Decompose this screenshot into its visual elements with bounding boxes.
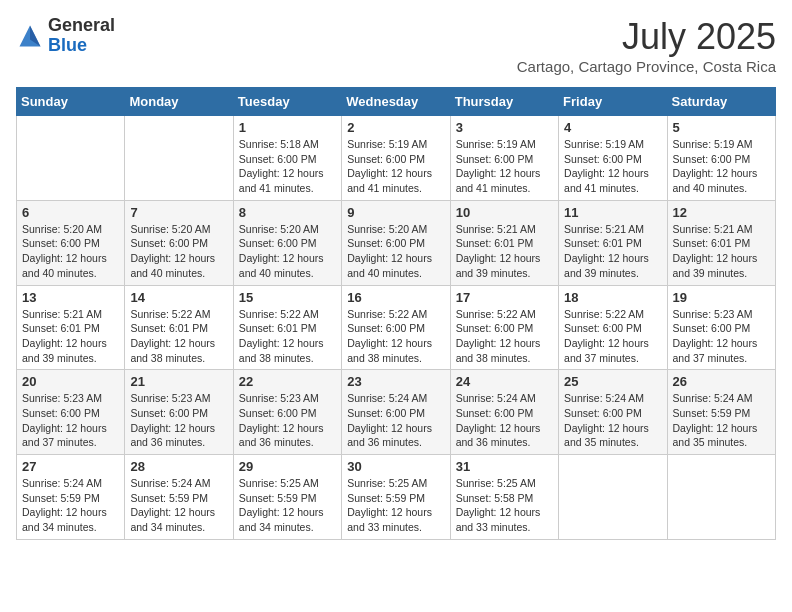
day-number: 2 bbox=[347, 120, 444, 135]
day-number: 14 bbox=[130, 290, 227, 305]
day-info: Sunrise: 5:19 AM Sunset: 6:00 PM Dayligh… bbox=[564, 137, 661, 196]
day-number: 30 bbox=[347, 459, 444, 474]
calendar-cell: 25Sunrise: 5:24 AM Sunset: 6:00 PM Dayli… bbox=[559, 370, 667, 455]
page-header: General Blue July 2025 Cartago, Cartago … bbox=[16, 16, 776, 75]
calendar-cell: 6Sunrise: 5:20 AM Sunset: 6:00 PM Daylig… bbox=[17, 200, 125, 285]
calendar-cell: 10Sunrise: 5:21 AM Sunset: 6:01 PM Dayli… bbox=[450, 200, 558, 285]
calendar-cell: 26Sunrise: 5:24 AM Sunset: 5:59 PM Dayli… bbox=[667, 370, 775, 455]
calendar-cell bbox=[125, 116, 233, 201]
day-info: Sunrise: 5:24 AM Sunset: 5:59 PM Dayligh… bbox=[673, 391, 770, 450]
calendar-cell: 22Sunrise: 5:23 AM Sunset: 6:00 PM Dayli… bbox=[233, 370, 341, 455]
day-number: 9 bbox=[347, 205, 444, 220]
calendar-cell: 2Sunrise: 5:19 AM Sunset: 6:00 PM Daylig… bbox=[342, 116, 450, 201]
calendar-cell: 12Sunrise: 5:21 AM Sunset: 6:01 PM Dayli… bbox=[667, 200, 775, 285]
day-info: Sunrise: 5:23 AM Sunset: 6:00 PM Dayligh… bbox=[130, 391, 227, 450]
calendar-cell: 8Sunrise: 5:20 AM Sunset: 6:00 PM Daylig… bbox=[233, 200, 341, 285]
day-number: 16 bbox=[347, 290, 444, 305]
calendar-cell bbox=[17, 116, 125, 201]
day-info: Sunrise: 5:21 AM Sunset: 6:01 PM Dayligh… bbox=[673, 222, 770, 281]
calendar-cell: 27Sunrise: 5:24 AM Sunset: 5:59 PM Dayli… bbox=[17, 455, 125, 540]
day-info: Sunrise: 5:21 AM Sunset: 6:01 PM Dayligh… bbox=[564, 222, 661, 281]
calendar-cell: 18Sunrise: 5:22 AM Sunset: 6:00 PM Dayli… bbox=[559, 285, 667, 370]
calendar-week-row: 13Sunrise: 5:21 AM Sunset: 6:01 PM Dayli… bbox=[17, 285, 776, 370]
calendar-cell: 4Sunrise: 5:19 AM Sunset: 6:00 PM Daylig… bbox=[559, 116, 667, 201]
day-number: 31 bbox=[456, 459, 553, 474]
calendar-cell: 3Sunrise: 5:19 AM Sunset: 6:00 PM Daylig… bbox=[450, 116, 558, 201]
day-number: 24 bbox=[456, 374, 553, 389]
logo-general: General bbox=[48, 16, 115, 36]
calendar-cell: 14Sunrise: 5:22 AM Sunset: 6:01 PM Dayli… bbox=[125, 285, 233, 370]
day-number: 4 bbox=[564, 120, 661, 135]
day-number: 27 bbox=[22, 459, 119, 474]
calendar-cell bbox=[559, 455, 667, 540]
calendar-cell: 16Sunrise: 5:22 AM Sunset: 6:00 PM Dayli… bbox=[342, 285, 450, 370]
day-number: 28 bbox=[130, 459, 227, 474]
logo-icon bbox=[16, 22, 44, 50]
day-number: 21 bbox=[130, 374, 227, 389]
title-block: July 2025 Cartago, Cartago Province, Cos… bbox=[517, 16, 776, 75]
day-info: Sunrise: 5:21 AM Sunset: 6:01 PM Dayligh… bbox=[456, 222, 553, 281]
calendar-cell: 23Sunrise: 5:24 AM Sunset: 6:00 PM Dayli… bbox=[342, 370, 450, 455]
calendar-week-row: 6Sunrise: 5:20 AM Sunset: 6:00 PM Daylig… bbox=[17, 200, 776, 285]
day-info: Sunrise: 5:21 AM Sunset: 6:01 PM Dayligh… bbox=[22, 307, 119, 366]
day-info: Sunrise: 5:22 AM Sunset: 6:01 PM Dayligh… bbox=[130, 307, 227, 366]
calendar-cell: 13Sunrise: 5:21 AM Sunset: 6:01 PM Dayli… bbox=[17, 285, 125, 370]
day-number: 17 bbox=[456, 290, 553, 305]
location-subtitle: Cartago, Cartago Province, Costa Rica bbox=[517, 58, 776, 75]
month-title: July 2025 bbox=[517, 16, 776, 58]
calendar-week-row: 1Sunrise: 5:18 AM Sunset: 6:00 PM Daylig… bbox=[17, 116, 776, 201]
logo-text: General Blue bbox=[48, 16, 115, 56]
day-info: Sunrise: 5:22 AM Sunset: 6:01 PM Dayligh… bbox=[239, 307, 336, 366]
day-info: Sunrise: 5:20 AM Sunset: 6:00 PM Dayligh… bbox=[22, 222, 119, 281]
weekday-header: Friday bbox=[559, 88, 667, 116]
day-info: Sunrise: 5:19 AM Sunset: 6:00 PM Dayligh… bbox=[673, 137, 770, 196]
weekday-header: Tuesday bbox=[233, 88, 341, 116]
day-number: 23 bbox=[347, 374, 444, 389]
calendar-cell: 7Sunrise: 5:20 AM Sunset: 6:00 PM Daylig… bbox=[125, 200, 233, 285]
day-info: Sunrise: 5:19 AM Sunset: 6:00 PM Dayligh… bbox=[456, 137, 553, 196]
calendar-week-row: 20Sunrise: 5:23 AM Sunset: 6:00 PM Dayli… bbox=[17, 370, 776, 455]
day-info: Sunrise: 5:23 AM Sunset: 6:00 PM Dayligh… bbox=[22, 391, 119, 450]
day-info: Sunrise: 5:22 AM Sunset: 6:00 PM Dayligh… bbox=[456, 307, 553, 366]
calendar-cell: 15Sunrise: 5:22 AM Sunset: 6:01 PM Dayli… bbox=[233, 285, 341, 370]
day-info: Sunrise: 5:24 AM Sunset: 6:00 PM Dayligh… bbox=[456, 391, 553, 450]
day-number: 8 bbox=[239, 205, 336, 220]
day-number: 11 bbox=[564, 205, 661, 220]
calendar-cell: 19Sunrise: 5:23 AM Sunset: 6:00 PM Dayli… bbox=[667, 285, 775, 370]
weekday-header: Wednesday bbox=[342, 88, 450, 116]
day-number: 15 bbox=[239, 290, 336, 305]
calendar-cell: 5Sunrise: 5:19 AM Sunset: 6:00 PM Daylig… bbox=[667, 116, 775, 201]
weekday-header: Sunday bbox=[17, 88, 125, 116]
weekday-header: Monday bbox=[125, 88, 233, 116]
day-number: 19 bbox=[673, 290, 770, 305]
calendar-cell: 11Sunrise: 5:21 AM Sunset: 6:01 PM Dayli… bbox=[559, 200, 667, 285]
day-info: Sunrise: 5:19 AM Sunset: 6:00 PM Dayligh… bbox=[347, 137, 444, 196]
day-info: Sunrise: 5:25 AM Sunset: 5:58 PM Dayligh… bbox=[456, 476, 553, 535]
calendar-cell: 1Sunrise: 5:18 AM Sunset: 6:00 PM Daylig… bbox=[233, 116, 341, 201]
day-info: Sunrise: 5:20 AM Sunset: 6:00 PM Dayligh… bbox=[347, 222, 444, 281]
calendar-cell: 28Sunrise: 5:24 AM Sunset: 5:59 PM Dayli… bbox=[125, 455, 233, 540]
day-info: Sunrise: 5:20 AM Sunset: 6:00 PM Dayligh… bbox=[130, 222, 227, 281]
day-info: Sunrise: 5:24 AM Sunset: 6:00 PM Dayligh… bbox=[347, 391, 444, 450]
calendar-cell: 31Sunrise: 5:25 AM Sunset: 5:58 PM Dayli… bbox=[450, 455, 558, 540]
calendar-cell: 9Sunrise: 5:20 AM Sunset: 6:00 PM Daylig… bbox=[342, 200, 450, 285]
calendar-cell: 20Sunrise: 5:23 AM Sunset: 6:00 PM Dayli… bbox=[17, 370, 125, 455]
calendar-cell: 17Sunrise: 5:22 AM Sunset: 6:00 PM Dayli… bbox=[450, 285, 558, 370]
calendar-cell bbox=[667, 455, 775, 540]
day-number: 18 bbox=[564, 290, 661, 305]
day-info: Sunrise: 5:24 AM Sunset: 5:59 PM Dayligh… bbox=[130, 476, 227, 535]
day-number: 29 bbox=[239, 459, 336, 474]
day-number: 6 bbox=[22, 205, 119, 220]
day-number: 7 bbox=[130, 205, 227, 220]
calendar-week-row: 27Sunrise: 5:24 AM Sunset: 5:59 PM Dayli… bbox=[17, 455, 776, 540]
day-number: 13 bbox=[22, 290, 119, 305]
day-info: Sunrise: 5:22 AM Sunset: 6:00 PM Dayligh… bbox=[564, 307, 661, 366]
day-number: 10 bbox=[456, 205, 553, 220]
day-info: Sunrise: 5:24 AM Sunset: 6:00 PM Dayligh… bbox=[564, 391, 661, 450]
day-info: Sunrise: 5:23 AM Sunset: 6:00 PM Dayligh… bbox=[673, 307, 770, 366]
weekday-header-row: SundayMondayTuesdayWednesdayThursdayFrid… bbox=[17, 88, 776, 116]
day-number: 1 bbox=[239, 120, 336, 135]
calendar-cell: 30Sunrise: 5:25 AM Sunset: 5:59 PM Dayli… bbox=[342, 455, 450, 540]
day-info: Sunrise: 5:24 AM Sunset: 5:59 PM Dayligh… bbox=[22, 476, 119, 535]
weekday-header: Saturday bbox=[667, 88, 775, 116]
